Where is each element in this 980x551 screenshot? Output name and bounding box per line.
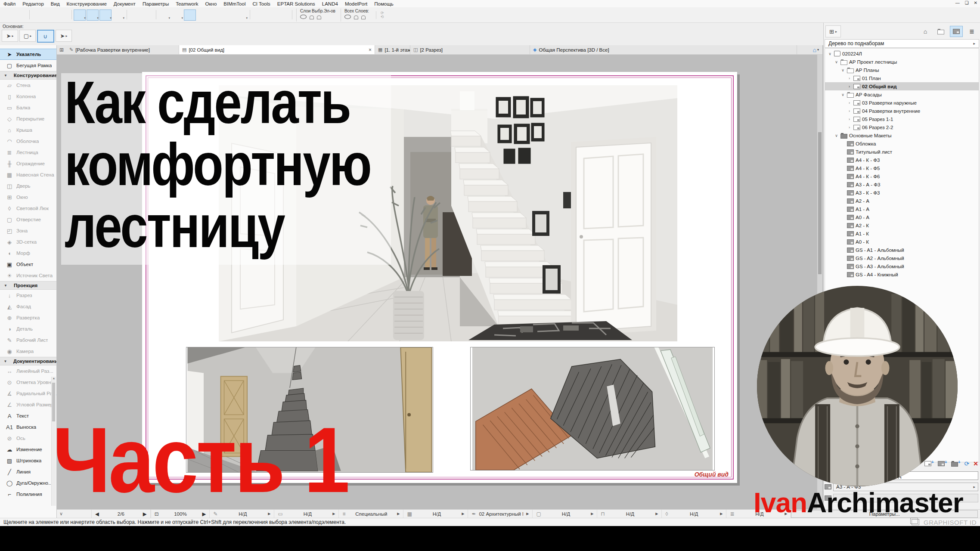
- expand-icon[interactable]: ∨: [828, 52, 832, 56]
- expand-icon[interactable]: ›: [847, 101, 852, 105]
- quick-option-segment[interactable]: ⊓ Н/Д ▶: [597, 510, 662, 518]
- toolbox-item[interactable]: A Текст: [0, 410, 56, 421]
- toolbox-item[interactable]: ☁ Изменение: [0, 444, 56, 455]
- eye-icon[interactable]: [300, 15, 307, 19]
- toolbox-item[interactable]: ▱ Стена: [0, 80, 56, 91]
- tree-row[interactable]: › 04 Развертки внутренние: [825, 107, 979, 115]
- toolbar-icon[interactable]: [171, 9, 183, 21]
- quick-option-segment[interactable]: ▦ Н/Д ▶: [403, 510, 468, 518]
- tree-row[interactable]: › 01 План: [825, 74, 979, 82]
- toolbox-item[interactable]: ▢ Бегущая Рамка: [0, 60, 56, 71]
- toolbar-icon[interactable]: [15, 9, 27, 21]
- scroll-up-icon[interactable]: ▲: [52, 377, 56, 380]
- document-tab[interactable]: ◈ Общая Перспектива [3D / Все]: [530, 45, 797, 54]
- toolbar-icon[interactable]: [31, 9, 43, 21]
- tree-row[interactable]: А4 - К - Ф6: [825, 172, 979, 180]
- toolbox-item[interactable]: ▢ Отверстие: [0, 214, 56, 225]
- home-view-button[interactable]: ⌂ ▾: [809, 45, 822, 54]
- palette-button[interactable]: ➤ ▸: [56, 30, 72, 42]
- toolbar-icon[interactable]: [57, 9, 69, 21]
- tree-row[interactable]: GS - A2 - Альбомный: [825, 254, 979, 262]
- layout-action-button[interactable]: +: [924, 461, 934, 466]
- document-tab[interactable]: ▤ [02 Общий вид] ×: [179, 45, 375, 54]
- layout-action-button[interactable]: ✕: [973, 460, 978, 467]
- document-tab[interactable]: ✎ [Рабочка Развертки внутренние]: [66, 45, 179, 54]
- toolbar-icon[interactable]: [74, 9, 86, 21]
- scrollbar-thumb[interactable]: [818, 132, 822, 274]
- toolbox-item[interactable]: ⊙ Отметка Уровня: [0, 377, 56, 388]
- quad-view-icon[interactable]: ⊞: [57, 45, 66, 54]
- tree-row[interactable]: GS - A4 - Книжный: [825, 270, 979, 279]
- minimize-icon[interactable]: —: [955, 0, 960, 5]
- toolbox-item[interactable]: ▯ Колонна: [0, 91, 56, 102]
- tree-row[interactable]: А2 - А: [825, 197, 979, 205]
- toolbar-icon[interactable]: [184, 9, 196, 21]
- toolbar-icon[interactable]: [265, 9, 277, 21]
- toolbox-item[interactable]: ◭ Фасад: [0, 301, 56, 312]
- document-tab[interactable]: ▦ [1. 1-й этаж]: [375, 45, 410, 54]
- quick-option-segment[interactable]: ◊ Н/Д ▶: [662, 510, 726, 518]
- toolbox-item[interactable]: ▼ Конструирование: [0, 71, 56, 80]
- expand-icon[interactable]: ›: [847, 76, 852, 80]
- eye-icon[interactable]: [344, 15, 351, 19]
- layout-action-button[interactable]: +: [951, 461, 961, 467]
- toolbar-icon[interactable]: [87, 9, 99, 21]
- tree-row[interactable]: GS - A3 - Альбомный: [825, 262, 979, 270]
- expand-icon[interactable]: ›: [847, 117, 852, 121]
- toolbar-icon[interactable]: [252, 9, 264, 21]
- menu-item[interactable]: Помощь: [371, 1, 397, 6]
- tree-row[interactable]: ∨ 020224Л: [825, 50, 979, 58]
- tree-row[interactable]: А0 - К: [825, 238, 979, 246]
- toolbox-item[interactable]: ◠ Оболочка: [0, 136, 56, 147]
- toolbox-item[interactable]: ➤ Указатель: [0, 49, 56, 60]
- toolbox-item[interactable]: ▭ Балка: [0, 102, 56, 113]
- quick-option-segment[interactable]: ▢ Н/Д ▶: [533, 510, 597, 518]
- toolbox-item[interactable]: ⊕ Развертка: [0, 312, 56, 323]
- quick-option-segment[interactable]: ≡ Специальный ▶: [339, 510, 403, 518]
- menu-item[interactable]: EPTAR Solutions: [274, 1, 319, 6]
- toolbar-icon[interactable]: [278, 9, 290, 21]
- toolbar-icon[interactable]: [99, 9, 112, 21]
- toolbar-icon[interactable]: [28, 9, 31, 20]
- toolbox-item[interactable]: ◯ Дуга/Окружно...: [0, 477, 56, 489]
- menu-item[interactable]: Документ: [110, 1, 139, 6]
- toolbar-icon[interactable]: [112, 9, 124, 21]
- menu-item[interactable]: Файл: [0, 1, 19, 6]
- toolbox-item[interactable]: ▦ Навесная Стена: [0, 169, 56, 180]
- toolbox-item[interactable]: ≣ Лестница: [0, 147, 56, 158]
- tree-row[interactable]: GS - A1 - Альбомный: [825, 246, 979, 254]
- toolbar-icon[interactable]: [44, 9, 56, 21]
- menu-item[interactable]: Окно: [202, 1, 220, 6]
- toolbox-item[interactable]: ▼ Документирование: [0, 357, 56, 365]
- toolbox-item[interactable]: ↔ Линейный Раз...: [0, 365, 56, 377]
- expand-icon[interactable]: ∨: [834, 60, 839, 64]
- toolbar-icon[interactable]: [236, 9, 248, 21]
- toolbar-icon[interactable]: [125, 9, 128, 20]
- toolbar-icon[interactable]: [129, 9, 141, 21]
- restore-icon[interactable]: ❏: [965, 0, 969, 5]
- toolbox-item[interactable]: ◖ Морф: [0, 248, 56, 259]
- palette-button[interactable]: ∪: [37, 30, 54, 43]
- close-tab-icon[interactable]: ×: [369, 47, 372, 53]
- tree-row[interactable]: А3 - К - Ф3: [825, 189, 979, 197]
- tree-row[interactable]: ∨ Основные Макеты: [825, 131, 979, 139]
- toolbar-icon[interactable]: [223, 9, 235, 21]
- tree-row[interactable]: А1 - А: [825, 205, 979, 213]
- toolbox-item[interactable]: ◊ Световой Люк: [0, 203, 56, 214]
- tree-row[interactable]: Обложка: [825, 139, 979, 148]
- tree-row[interactable]: Титульный лист: [825, 148, 979, 156]
- palette-button[interactable]: ▢ ▸: [19, 30, 36, 42]
- navigator-map-button[interactable]: ⌂: [919, 26, 932, 37]
- toolbar-icon[interactable]: [70, 9, 73, 20]
- tree-row[interactable]: ∨ АР Проект лестницы: [825, 58, 979, 66]
- toolbox-item[interactable]: ⌐ Полилиния: [0, 489, 56, 500]
- toolbox-item[interactable]: ▨ Штриховка: [0, 455, 56, 466]
- toolbar-icon[interactable]: [210, 9, 222, 21]
- toolbox-item[interactable]: ✎ Рабочий Лист: [0, 334, 56, 346]
- toolbar-icon[interactable]: [2, 9, 14, 21]
- navigator-map-button[interactable]: ≣: [965, 26, 978, 37]
- tree-row[interactable]: ∨ АР Планы: [825, 66, 979, 74]
- navigator-map-button[interactable]: [934, 26, 947, 37]
- toolbox-item[interactable]: ↓ Разрез: [0, 290, 56, 301]
- toolbox-item[interactable]: ▣ Объект: [0, 259, 56, 270]
